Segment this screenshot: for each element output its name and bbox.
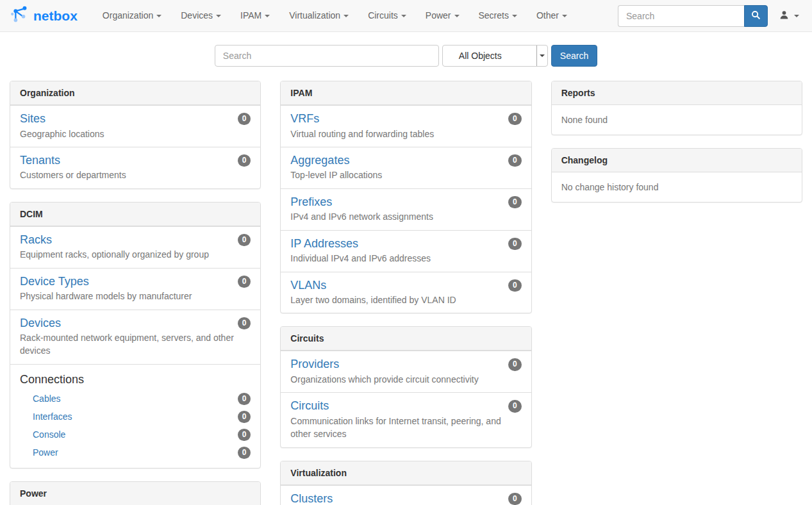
netbox-brand[interactable]: netbox	[10, 4, 78, 27]
panel-heading-power: Power	[10, 482, 260, 505]
navbar-search-button[interactable]	[744, 5, 768, 27]
list-item-sites: Sites 0 Geographic locations	[10, 105, 260, 147]
list-item-aggregates: Aggregates 0 Top-level IP allocations	[281, 147, 531, 188]
list-item-vrfs: VRFs 0 Virtual routing and forwarding ta…	[281, 105, 531, 147]
count-badge: 0	[508, 358, 522, 370]
main-menu: Organization Devices IPAM Virtualization…	[93, 0, 577, 31]
dashboard-grid: Organization Sites 0 Geographic location…	[0, 81, 812, 505]
link-sites[interactable]: Sites	[20, 112, 46, 126]
panel-heading-ipam: IPAM	[281, 81, 531, 105]
global-search-input[interactable]	[215, 45, 439, 67]
count-badge: 0	[238, 447, 251, 459]
link-vlans[interactable]: VLANs	[290, 279, 326, 293]
nav-menu-circuits[interactable]: Circuits	[358, 0, 416, 31]
link-vrfs[interactable]: VRFs	[290, 112, 319, 126]
link-clusters[interactable]: Clusters	[290, 492, 333, 505]
search-icon	[751, 10, 761, 22]
panel-heading-organization: Organization	[10, 81, 260, 105]
link-aggregates[interactable]: Aggregates	[290, 154, 349, 168]
panel-reports: Reports None found	[551, 81, 802, 135]
chevron-down-icon	[562, 15, 567, 17]
panel-circuits: Circuits Providers 0 Organizations which…	[280, 326, 531, 447]
panel-changelog: Changelog No change history found	[551, 148, 802, 203]
item-description: Organizations which provide circuit conn…	[290, 373, 521, 386]
nav-menu-other[interactable]: Other	[527, 0, 577, 31]
nav-menu-virtualization[interactable]: Virtualization	[279, 0, 358, 31]
list-item-connections: Connections Cables 0 Interfaces 0 Consol…	[10, 364, 260, 468]
list-item-devices: Devices 0 Rack-mounted network equipment…	[10, 310, 260, 364]
count-badge: 0	[238, 317, 251, 329]
count-badge: 0	[238, 276, 251, 288]
count-badge: 0	[508, 400, 522, 412]
nav-menu-ipam[interactable]: IPAM	[231, 0, 279, 31]
item-description: Customers or departments	[20, 169, 251, 181]
link-power-connections[interactable]: Power	[33, 447, 58, 458]
link-providers[interactable]: Providers	[290, 358, 339, 372]
count-badge: 0	[508, 238, 522, 250]
link-device-types[interactable]: Device Types	[20, 275, 89, 289]
link-prefixes[interactable]: Prefixes	[290, 195, 332, 210]
list-item-racks: Racks 0 Equipment racks, optionally orga…	[10, 226, 260, 268]
select-arrow-icon	[536, 46, 547, 66]
global-search-button[interactable]: Search	[551, 45, 597, 67]
item-description: Individual IPv4 and IPv6 addresses	[290, 252, 521, 265]
brand-text: netbox	[33, 8, 78, 24]
column-left: Organization Sites 0 Geographic location…	[10, 81, 261, 505]
nav-menu-power[interactable]: Power	[416, 0, 469, 31]
link-cables[interactable]: Cables	[33, 393, 61, 404]
nav-menu-organization[interactable]: Organization	[93, 0, 171, 31]
selected-object-type: All Objects	[443, 51, 502, 61]
link-circuits[interactable]: Circuits	[290, 399, 329, 413]
link-devices[interactable]: Devices	[20, 317, 61, 331]
chevron-down-icon	[512, 15, 517, 17]
user-menu[interactable]	[768, 10, 812, 22]
connections-row-cables: Cables 0	[20, 390, 251, 408]
panel-heading-changelog: Changelog	[552, 149, 802, 172]
count-badge: 0	[508, 113, 522, 125]
connections-row-power: Power 0	[20, 443, 251, 461]
navbar-search-input[interactable]	[618, 5, 744, 27]
panel-organization: Organization Sites 0 Geographic location…	[10, 81, 261, 189]
item-description: Layer two domains, identified by VLAN ID	[290, 294, 521, 306]
link-racks[interactable]: Racks	[20, 233, 52, 247]
user-icon	[779, 10, 789, 22]
panel-power: Power	[10, 481, 261, 505]
link-interfaces[interactable]: Interfaces	[33, 411, 72, 422]
count-badge: 0	[238, 393, 251, 405]
link-ip-addresses[interactable]: IP Addresses	[290, 237, 358, 251]
changelog-empty-text: No change history found	[552, 172, 802, 202]
chevron-down-icon	[401, 15, 406, 17]
panel-heading-reports: Reports	[552, 81, 802, 105]
item-description: Equipment racks, optionally organized by…	[20, 248, 251, 261]
link-console[interactable]: Console	[33, 429, 65, 440]
netbox-logo-icon	[10, 4, 29, 27]
link-tenants[interactable]: Tenants	[20, 154, 60, 168]
count-badge: 0	[508, 196, 522, 208]
nav-menu-devices[interactable]: Devices	[171, 0, 231, 31]
global-search-form: All Objects Search	[0, 32, 812, 81]
navbar-search	[618, 5, 768, 27]
panel-heading-dcim: DCIM	[10, 203, 260, 226]
count-badge: 0	[238, 113, 251, 125]
chevron-down-icon	[216, 15, 221, 17]
object-type-select[interactable]: All Objects	[442, 45, 548, 67]
count-badge: 0	[238, 429, 251, 441]
connections-heading: Connections	[20, 372, 251, 387]
chevron-down-icon	[156, 15, 162, 17]
connections-row-interfaces: Interfaces 0	[20, 408, 251, 426]
panel-heading-circuits: Circuits	[281, 327, 531, 351]
chevron-down-icon	[454, 15, 460, 17]
panel-ipam: IPAM VRFs 0 Virtual routing and forwardi…	[280, 81, 531, 313]
nav-menu-secrets[interactable]: Secrets	[469, 0, 527, 31]
panel-virtualization: Virtualization Clusters 0	[280, 461, 531, 505]
list-item-circuits: Circuits 0 Communication links for Inter…	[281, 392, 531, 447]
list-item-ip-addresses: IP Addresses 0 Individual IPv4 and IPv6 …	[281, 230, 531, 272]
item-description: Communication links for Internet transit…	[290, 415, 521, 441]
item-description: IPv4 and IPv6 network assignments	[290, 210, 521, 223]
count-badge: 0	[238, 154, 251, 167]
list-item-prefixes: Prefixes 0 IPv4 and IPv6 network assignm…	[281, 188, 531, 230]
count-badge: 0	[508, 493, 522, 505]
item-description: Rack-mounted network equipment, servers,…	[20, 331, 251, 358]
panel-heading-virtualization: Virtualization	[281, 461, 531, 485]
item-description: Geographic locations	[20, 128, 251, 140]
